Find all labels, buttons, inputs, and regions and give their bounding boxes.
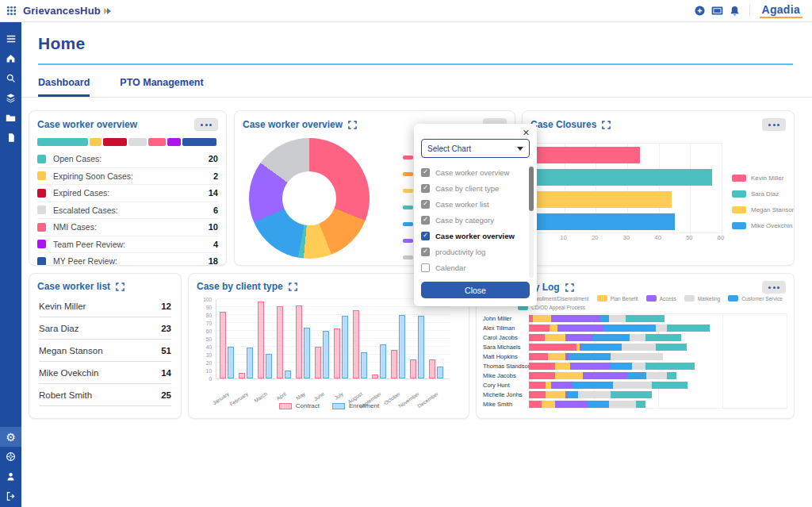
close-icon[interactable]: ✕	[421, 128, 530, 137]
chart-option-case-worker-overview[interactable]: Case worker overview	[421, 164, 530, 180]
bar-segment	[551, 382, 572, 389]
worker-name: Carol Jacobs	[483, 334, 529, 341]
bar-segment	[542, 401, 554, 408]
worker-name: Kevin Miller	[39, 302, 161, 311]
close-button[interactable]: Close	[421, 282, 530, 298]
checkbox-checked[interactable]	[421, 200, 430, 209]
checkbox-checked[interactable]	[421, 184, 430, 193]
item-label: MY Peer Review:	[53, 256, 209, 266]
item-value: 6	[213, 205, 218, 215]
tab-pto-management[interactable]: PTO Management	[120, 77, 203, 97]
card-case-worker-list: Case worker list Kevin Miller12Sara Diaz…	[29, 273, 182, 419]
expand-icon[interactable]	[116, 282, 124, 291]
agadia-logo: Agadia	[760, 3, 802, 18]
select-chart-dropdown[interactable]: Select Chart	[421, 139, 530, 158]
chart-option-productivity-log[interactable]: productivity log	[421, 244, 530, 259]
home-icon[interactable]	[0, 48, 21, 68]
chart-option-case-worker-overview[interactable]: Case worker overview	[421, 228, 530, 244]
document-icon[interactable]	[0, 128, 21, 148]
profile-icon[interactable]	[0, 467, 21, 486]
worker-name: Mike Ovekchin	[39, 368, 161, 378]
bar	[247, 348, 253, 378]
card-title: Case worker overview	[37, 119, 137, 130]
bar	[323, 331, 329, 378]
expand-icon[interactable]	[348, 121, 357, 129]
bar-row: Matt Hopkins	[483, 351, 787, 361]
bar-segment	[533, 315, 551, 322]
bar-segment	[555, 363, 571, 370]
bar-segment	[565, 334, 594, 341]
worker-name: Thomas Standson	[483, 363, 529, 370]
checkbox-checked[interactable]	[421, 232, 430, 240]
client-type-chart: 0102030405060708090100 JanuaryFebruaryMa…	[198, 299, 460, 415]
chart-option-case-by-category[interactable]: Case by category	[421, 212, 530, 228]
chart-option-case-by-client-type[interactable]: Case by client type	[421, 180, 530, 196]
color-swatch	[37, 223, 46, 232]
help-lifebuoy-icon[interactable]	[0, 447, 21, 467]
checkbox-checked[interactable]	[421, 248, 430, 256]
folder-icon[interactable]	[0, 108, 21, 128]
bar	[304, 328, 310, 378]
legend-item: Contract	[279, 402, 320, 409]
legend-swatch	[403, 156, 413, 159]
checkbox-unchecked[interactable]	[421, 263, 430, 272]
tab-dashboard[interactable]: Dashboard	[38, 77, 90, 97]
bar-segment	[611, 391, 652, 398]
card-title: Case worker list	[37, 281, 110, 292]
bar-group	[296, 305, 310, 378]
checkbox-checked[interactable]	[421, 168, 430, 177]
item-label: NMI Cases:	[53, 222, 209, 232]
bar	[533, 213, 675, 230]
app-logo[interactable]: GrievancesHub	[23, 5, 101, 17]
color-swatch	[37, 155, 46, 163]
legend-swatch	[728, 295, 738, 302]
card-title: Case worker overview	[243, 119, 343, 130]
x-tick-label: April	[275, 391, 287, 401]
search-icon[interactable]	[0, 68, 21, 88]
expand-icon[interactable]	[565, 283, 574, 292]
table-row: Sara Diaz23	[39, 317, 171, 340]
chart-option-calendar[interactable]: Calendar	[421, 259, 530, 275]
app-logo-arrow-icon	[104, 7, 111, 15]
y-tick-label: 40	[206, 344, 212, 350]
card-icon[interactable]	[711, 6, 723, 15]
option-label: productivity log	[435, 248, 485, 256]
checkbox-checked[interactable]	[421, 216, 430, 225]
more-options-button[interactable]	[194, 118, 218, 131]
popup-scrollbar-thumb[interactable]	[529, 167, 534, 211]
more-options-button[interactable]	[762, 118, 786, 131]
notifications-bell-icon[interactable]	[730, 6, 740, 17]
stacked-bar-segment	[182, 138, 216, 146]
list-item: NMI Cases:10	[37, 219, 218, 236]
settings-gear-icon[interactable]: ⚙	[0, 427, 21, 447]
layers-icon[interactable]	[0, 88, 21, 108]
x-tick-label: 60	[718, 234, 724, 241]
page-title: Home	[38, 34, 812, 53]
bar	[418, 316, 424, 378]
bar-segment	[609, 315, 626, 322]
expand-icon[interactable]	[289, 282, 297, 291]
menu-icon[interactable]	[0, 29, 21, 48]
bar-group	[429, 359, 443, 378]
chart-option-case-worker-list[interactable]: Case worker list	[421, 196, 530, 212]
legend-swatch	[646, 295, 657, 302]
bar-row	[533, 210, 722, 232]
option-label: Calendar	[435, 263, 466, 272]
option-label: Case worker list	[435, 200, 489, 209]
list-item: MY Peer Review:18	[37, 253, 218, 266]
bar-row: Carol Jacobs	[483, 332, 787, 342]
worker-name: Sara Michaels	[483, 344, 529, 351]
top-bar: GrievancesHub Agadia	[0, 0, 812, 22]
legend-swatch	[403, 205, 413, 209]
overview-stacked-bar	[37, 138, 218, 146]
popup-scrollbar[interactable]	[529, 165, 534, 278]
bar-segment	[529, 391, 546, 398]
apps-grid-icon[interactable]	[6, 6, 17, 16]
more-options-button[interactable]	[762, 281, 786, 294]
item-label: Open Cases:	[53, 154, 209, 163]
x-tick-label: 20	[592, 234, 598, 241]
add-circle-icon[interactable]	[695, 6, 705, 16]
worker-list: Kevin Miller12Sara Diaz23Megan Stanson51…	[29, 295, 181, 406]
logout-icon[interactable]	[0, 486, 21, 506]
expand-icon[interactable]	[602, 121, 611, 129]
